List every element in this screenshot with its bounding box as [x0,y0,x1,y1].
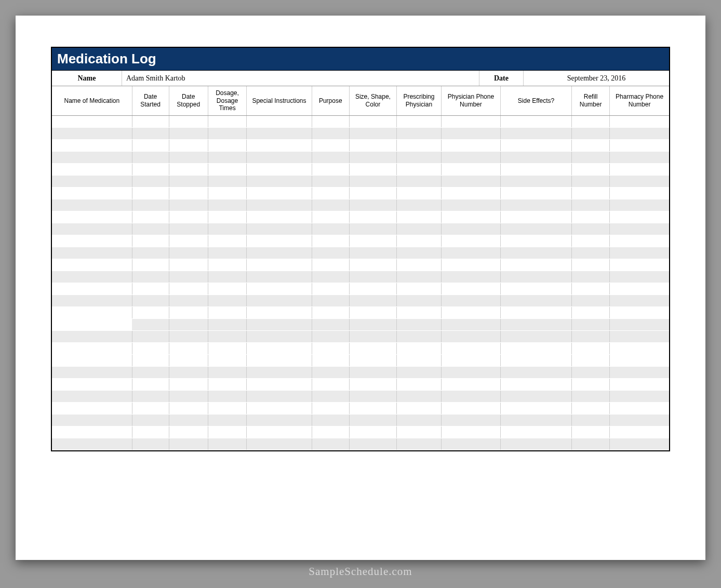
table-cell [208,115,246,127]
table-cell [312,271,349,283]
col-header-refill: Refill Number [572,86,610,115]
table-cell [132,175,169,187]
table-cell [501,127,572,139]
table-cell [610,199,669,211]
col-header-prescribing: Prescribing Physician [397,86,442,115]
table-cell [501,414,572,426]
table-cell [572,330,610,342]
table-cell [441,259,500,271]
table-cell [52,163,132,175]
table-cell [52,342,132,354]
table-cell [349,115,396,127]
column-header-row: Name of Medication Date Started Date Sto… [52,86,669,115]
table-cell [132,438,169,450]
table-cell [610,211,669,223]
table-cell [312,342,349,354]
table-cell [247,295,312,306]
table-cell [572,271,610,283]
col-header-dosage: Dosage, Dosage Times [208,86,246,115]
table-cell [312,402,349,414]
table-row [52,330,669,342]
table-cell [397,223,442,235]
table-cell [132,199,169,211]
table-cell [52,223,132,235]
table-cell [349,211,396,223]
table-cell [610,390,669,402]
table-cell [132,187,169,199]
table-cell [312,163,349,175]
table-cell [208,426,246,438]
table-cell [312,259,349,271]
table-cell [52,390,132,402]
table-cell [208,199,246,211]
table-cell [208,247,246,259]
table-cell [610,187,669,199]
table-cell [610,115,669,127]
col-header-date-started: Date Started [132,86,169,115]
table-row [52,235,669,247]
table-cell [501,342,572,354]
table-cell [441,414,500,426]
table-cell [349,271,396,283]
table-cell [501,438,572,450]
table-cell [169,354,208,366]
table-cell [610,259,669,271]
table-cell [247,366,312,378]
table-cell [52,414,132,426]
table-row [52,139,669,151]
table-cell [132,151,169,163]
table-cell [397,426,442,438]
table-cell [501,426,572,438]
table-cell [610,295,669,306]
table-cell [441,271,500,283]
table-cell [397,271,442,283]
table-cell [501,115,572,127]
name-label: Name [52,71,122,86]
table-cell [208,318,246,330]
table-cell [52,271,132,283]
table-cell [441,390,500,402]
table-cell [52,151,132,163]
table-cell [397,247,442,259]
table-row [52,271,669,283]
table-cell [247,271,312,283]
table-cell [397,163,442,175]
table-cell [441,306,500,318]
table-cell [397,438,442,450]
table-cell [397,259,442,271]
table-cell [610,223,669,235]
table-row [52,247,669,259]
table-cell [169,163,208,175]
table-cell [52,259,132,271]
table-cell [349,283,396,295]
table-cell [501,223,572,235]
table-cell [397,306,442,318]
table-cell [52,318,132,330]
table-cell [247,342,312,354]
table-cell [572,211,610,223]
col-header-purpose: Purpose [312,86,349,115]
table-cell [208,139,246,151]
table-cell [610,414,669,426]
table-cell [247,175,312,187]
table-cell [349,259,396,271]
table-cell [169,295,208,306]
table-cell [169,259,208,271]
table-cell [247,378,312,390]
table-cell [247,283,312,295]
table-cell [52,330,132,342]
table-cell [349,175,396,187]
table-cell [247,426,312,438]
table-cell [132,247,169,259]
table-cell [169,342,208,354]
table-cell [441,283,500,295]
table-cell [52,366,132,378]
name-value: Adam Smith Kartob [122,71,479,86]
table-cell [610,127,669,139]
table-cell [349,199,396,211]
table-cell [441,235,500,247]
table-cell [247,390,312,402]
table-cell [52,139,132,151]
table-cell [208,235,246,247]
table-cell [312,414,349,426]
